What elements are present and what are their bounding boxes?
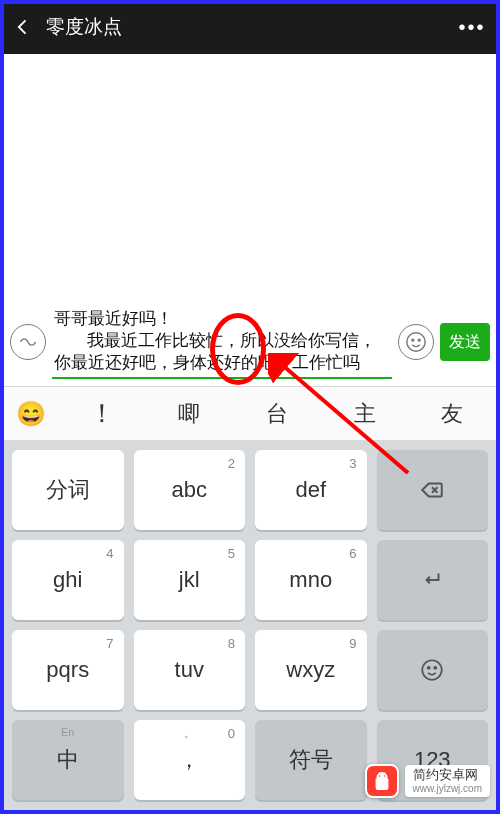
keyboard: 0分词 2abc 3def 4ghi 5jkl 6mno 7pqrs 8tuv …: [4, 440, 496, 810]
watermark-logo-icon: [365, 764, 399, 798]
key-comma[interactable]: 。0，: [134, 720, 246, 800]
key-pqrs[interactable]: 7pqrs: [12, 630, 124, 710]
chat-title: 零度冰点: [46, 14, 444, 40]
svg-point-10: [383, 775, 385, 777]
key-tuv[interactable]: 8tuv: [134, 630, 246, 710]
candidate-bar: 😄 ！ 唧 台 主 友: [4, 386, 496, 440]
candidate-item[interactable]: 主: [321, 399, 409, 429]
key-wxyz[interactable]: 9wxyz: [255, 630, 367, 710]
enter-icon: [419, 567, 445, 593]
backspace-icon: [419, 477, 445, 503]
more-icon[interactable]: •••: [444, 16, 500, 39]
candidate-item[interactable]: ！: [58, 396, 146, 431]
svg-point-0: [407, 333, 425, 351]
key-fenci[interactable]: 0分词: [12, 450, 124, 530]
watermark: 简约安卓网 www.jylzwj.com: [365, 764, 490, 798]
key-backspace[interactable]: [377, 450, 489, 530]
message-input[interactable]: 哥哥最近好吗！ 我最近工作比较忙，所以没给你写信，你最近还好吧，身体还好的吧，工…: [52, 305, 392, 379]
key-def[interactable]: 3def: [255, 450, 367, 530]
message-text-line2: 我最近工作比较忙，所以没给你写信，你最近还好吧，身体还好的吧，工作忙吗: [54, 329, 390, 373]
back-icon[interactable]: [0, 17, 46, 37]
candidate-item[interactable]: 唧: [146, 399, 234, 429]
key-ghi[interactable]: 4ghi: [12, 540, 124, 620]
svg-point-2: [418, 339, 420, 341]
key-mno[interactable]: 6mno: [255, 540, 367, 620]
input-bar: 哥哥最近好吗！ 我最近工作比较忙，所以没给你写信，你最近还好吧，身体还好的吧，工…: [4, 301, 496, 383]
send-button[interactable]: 发送: [440, 323, 490, 361]
svg-point-7: [428, 667, 430, 669]
key-enter[interactable]: [377, 540, 489, 620]
svg-point-6: [423, 660, 443, 680]
message-text-line1: 哥哥最近好吗！: [54, 307, 390, 329]
emoji-picker-icon[interactable]: [398, 324, 434, 360]
watermark-site-url: www.jylzwj.com: [413, 783, 482, 795]
candidate-item[interactable]: 友: [408, 399, 496, 429]
key-lang-switch[interactable]: En中: [12, 720, 124, 800]
key-smiley[interactable]: [377, 630, 489, 710]
voice-input-icon[interactable]: [10, 324, 46, 360]
watermark-text: 简约安卓网 www.jylzwj.com: [405, 765, 490, 797]
key-abc[interactable]: 2abc: [134, 450, 246, 530]
svg-point-8: [434, 667, 436, 669]
key-symbols[interactable]: 符号: [255, 720, 367, 800]
candidate-item[interactable]: 台: [233, 399, 321, 429]
watermark-site-name: 简约安卓网: [413, 767, 482, 783]
key-jkl[interactable]: 5jkl: [134, 540, 246, 620]
candidate-emoji-icon[interactable]: 😄: [4, 400, 58, 428]
chat-header: 零度冰点 •••: [0, 0, 500, 54]
svg-point-9: [378, 775, 380, 777]
svg-point-1: [412, 339, 414, 341]
smiley-icon: [419, 657, 445, 683]
